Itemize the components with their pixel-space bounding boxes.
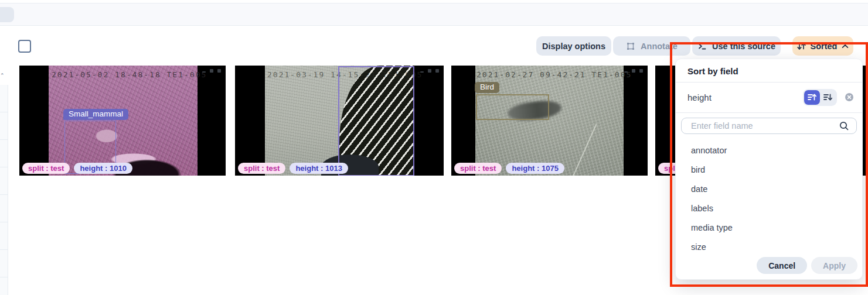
field-option-date[interactable]: date [676, 180, 862, 199]
use-this-source-button[interactable]: Use this source [692, 36, 781, 56]
top-bar [0, 3, 868, 26]
circle-x-icon [845, 92, 854, 102]
badge-row: split : test height : 1075 [454, 163, 564, 174]
split-badge: split : test [454, 163, 502, 174]
twig-detail [567, 124, 597, 176]
chevron-up-icon [841, 42, 849, 50]
osd-marks [202, 69, 221, 73]
sorted-label: Sorted [811, 42, 838, 51]
sample-thumbnail-3[interactable]: 2021-02-27 09-42-21 TE1-005 Bird split :… [451, 66, 648, 176]
left-list-edge [0, 85, 8, 295]
height-badge: height : 1075 [506, 163, 564, 174]
top-bar-pill-button[interactable] [0, 7, 14, 22]
dataset-browser-page: ⌃ Display options Annotate Use this sour… [0, 0, 868, 295]
sort-descending-button[interactable] [820, 90, 836, 105]
collapse-chevron-icon[interactable]: ⌃ [0, 73, 6, 78]
use-this-source-label: Use this source [712, 42, 775, 51]
apply-button[interactable]: Apply [811, 257, 857, 274]
detection-label: Bird [475, 82, 499, 93]
field-search-box [681, 118, 857, 134]
divider [676, 112, 862, 113]
active-sort-field-row: height [676, 83, 862, 112]
sort-by-field-panel: Sort by field height [675, 59, 863, 280]
field-option-annotator[interactable]: annotator [676, 141, 862, 160]
select-all-checkbox[interactable] [18, 40, 31, 53]
field-option-labels[interactable]: labels [676, 199, 862, 218]
lines-arrow-up-icon [807, 92, 817, 102]
badge-row: split : test height : 1013 [238, 163, 348, 174]
timestamp-overlay: 2021-05-02 18-48-18 TE1-005 [52, 70, 207, 79]
split-badge: split : test [22, 163, 70, 174]
annotate-button[interactable]: Annotate [613, 36, 690, 56]
badge-row: split : test height : 1010 [22, 163, 132, 174]
sample-thumbnail-1[interactable]: 2021-05-02 18-48-18 TE1-005 Small_mammal… [19, 66, 226, 176]
display-options-label: Display options [542, 42, 605, 51]
osd-marks [420, 69, 439, 73]
annotate-label: Annotate [641, 42, 678, 51]
lines-arrow-down-icon [823, 92, 833, 102]
split-badge: split : test [238, 163, 285, 174]
detection-label: Small_mammal [63, 109, 128, 120]
search-icon [839, 121, 849, 131]
sort-ascending-button[interactable] [804, 90, 820, 105]
panel-title: Sort by field [676, 59, 862, 82]
field-option-size[interactable]: size [676, 238, 862, 257]
sample-thumbnail-2[interactable]: 2021-03-19 14-15-21 TE1-005 split : test… [235, 66, 444, 176]
timestamp-overlay: 2021-02-27 09-42-21 TE1-005 [476, 70, 632, 79]
height-badge: height : 1013 [290, 163, 348, 174]
terminal-prompt-icon [697, 42, 707, 51]
field-search-input[interactable] [691, 121, 839, 131]
cancel-button[interactable]: Cancel [757, 257, 807, 274]
display-options-button[interactable]: Display options [536, 36, 611, 56]
osd-marks [624, 69, 643, 73]
field-option-media-type[interactable]: media type [676, 218, 862, 238]
height-badge: height : 1010 [74, 163, 132, 174]
field-option-list: annotator bird date labels media type si… [676, 134, 862, 257]
active-sort-field-name: height [687, 92, 803, 102]
detection-bbox [338, 66, 414, 176]
sort-direction-toggle [803, 89, 837, 106]
panel-footer: Cancel Apply [676, 257, 862, 279]
sorted-button[interactable]: Sorted [792, 36, 853, 56]
arrows-down-up-icon [796, 42, 806, 51]
field-option-bird[interactable]: bird [676, 160, 862, 180]
marquee-selection-icon [626, 42, 635, 51]
remove-sort-field-button[interactable] [845, 92, 854, 102]
detection-bbox [476, 94, 549, 120]
